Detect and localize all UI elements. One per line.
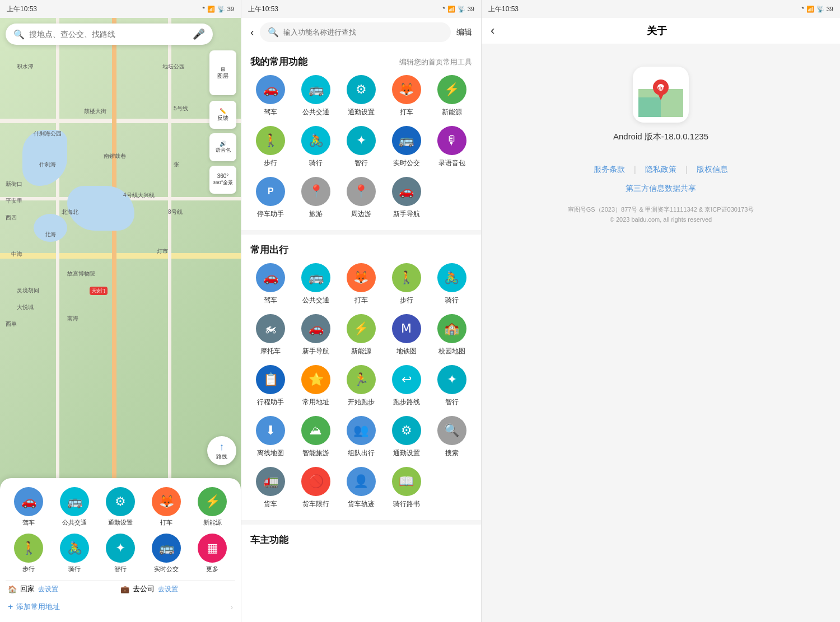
- places-row: 🏠 回家 去设置 💼 去公司 去设置: [6, 580, 235, 597]
- feature-smart[interactable]: ✦ 智行: [341, 126, 382, 168]
- map-search-bar[interactable]: 🔍 🎤: [6, 24, 213, 45]
- map-label: 中海: [11, 250, 22, 258]
- feature-travel[interactable]: 📍 旅游: [296, 177, 337, 219]
- home-place[interactable]: 🏠 回家 去设置: [8, 584, 120, 594]
- voice-button[interactable]: 🔊 语音包: [209, 133, 236, 161]
- toolbar-item-transit[interactable]: 🚌 公共交通: [60, 487, 89, 527]
- common-travel-title: 常用出行: [250, 244, 288, 256]
- terms-link[interactable]: 服务条款: [594, 165, 625, 175]
- about-panel: 上午10:53 * 📶 📡 39 ‹ 关于: [482, 0, 840, 622]
- share-link[interactable]: 第三方信息数据共享: [626, 184, 696, 194]
- home-set[interactable]: 去设置: [38, 584, 58, 594]
- features-scroll[interactable]: 我的常用功能 编辑您的首页常用工具 🚗 驾车 🚌 公共交通 ⚙ 通勤设置 🦊 打…: [241, 46, 481, 621]
- car-features-header: 车主功能: [250, 525, 472, 553]
- ct-offline[interactable]: ⬇ 离线地图: [250, 416, 291, 458]
- time-right: 上午10:53: [488, 4, 519, 14]
- ct-ev[interactable]: ⚡ 新能源: [341, 314, 382, 356]
- feature-walk[interactable]: 🚶 步行: [250, 126, 291, 168]
- ct-truck[interactable]: 🚛 货车: [250, 467, 291, 509]
- voice-label: 语音包: [216, 147, 231, 154]
- features-search-bar[interactable]: 🔍: [260, 22, 451, 42]
- map-label: 西四: [6, 214, 17, 222]
- toolbar-item-walk[interactable]: 🚶 步行: [14, 534, 43, 573]
- feature-taxi[interactable]: 🦊 打车: [386, 75, 427, 117]
- ct-smart[interactable]: ✦ 智行: [431, 365, 472, 407]
- about-back-button[interactable]: ‹: [491, 24, 494, 38]
- ct-metro[interactable]: Ⅿ 地铁图: [386, 314, 427, 356]
- map-label: 灵境胡同: [17, 287, 39, 294]
- ct-walk[interactable]: 🚶 步行: [386, 263, 427, 305]
- work-set[interactable]: 去设置: [158, 584, 178, 594]
- ct-drive[interactable]: 🚗 驾车: [250, 263, 291, 305]
- privacy-link[interactable]: 隐私政策: [645, 165, 676, 175]
- ct-campus[interactable]: 🏫 校园地图: [431, 314, 472, 356]
- toolbar-item-more[interactable]: ▦ 更多: [198, 534, 227, 573]
- ct-bike[interactable]: 🚴 骑行: [431, 263, 472, 305]
- my-features-title: 我的常用功能: [250, 55, 307, 68]
- feature-ev[interactable]: ⚡ 新能源: [431, 75, 472, 117]
- section-divider: [241, 230, 481, 235]
- ct-trucktrack[interactable]: 👤 货车轨迹: [341, 467, 382, 509]
- back-arrow-mid[interactable]: ‹: [250, 26, 254, 39]
- toolbar-item-smart[interactable]: ✦ 智行: [106, 534, 135, 573]
- feature-realtime[interactable]: 🚌 实时公交: [386, 126, 427, 168]
- view360-label: 360°全景: [213, 179, 234, 186]
- view360-button[interactable]: 360° 360°全景: [209, 166, 236, 194]
- work-place[interactable]: 💼 去公司 去设置: [120, 584, 233, 594]
- route-button[interactable]: ↑ 路线: [207, 436, 236, 465]
- toolbar-item-bike[interactable]: 🚴 骑行: [60, 534, 89, 573]
- map-search-input[interactable]: [29, 30, 193, 39]
- toolbar-item-ev[interactable]: ⚡ 新能源: [198, 487, 227, 527]
- feature-transit[interactable]: 🚌 公共交通: [296, 75, 337, 117]
- edit-button[interactable]: 编辑: [456, 27, 472, 38]
- map-view[interactable]: 鼓楼大街 积水潭 地坛公园 什刹海公园 什刹海 南锣鼓巷 张 5号线 新街口 平…: [0, 18, 241, 622]
- ct-moto[interactable]: 🏍 摩托车: [250, 314, 291, 356]
- features-panel: 上午10:53 * 📶 📡 39 ‹ 🔍 编辑 我的常用功能 编辑您的首页常用工…: [241, 0, 482, 622]
- copyright-link[interactable]: 版权信息: [697, 165, 728, 175]
- feature-newbie[interactable]: 🚗 新手导航: [386, 177, 427, 219]
- toolbar-item-taxi[interactable]: 🦊 打车: [152, 487, 181, 527]
- feature-bike[interactable]: 🚴 骑行: [296, 126, 337, 168]
- map-label: 新街口: [6, 180, 22, 188]
- app-logo-svg: du: [636, 69, 686, 120]
- about-header: ‹ 关于: [482, 18, 840, 44]
- mic-icon[interactable]: 🎤: [193, 28, 205, 40]
- layers-button[interactable]: ⊞ 图层: [209, 50, 236, 95]
- feature-voice[interactable]: 🎙 录语音包: [431, 126, 472, 168]
- ct-commute[interactable]: ⚙ 通勤设置: [386, 416, 427, 458]
- ct-group[interactable]: 👥 组队出行: [341, 416, 382, 458]
- features-header: ‹ 🔍 编辑: [241, 18, 481, 46]
- ct-runroute[interactable]: ↩ 跑步路线: [386, 365, 427, 407]
- map-road-yellow: [0, 253, 241, 259]
- feature-parking[interactable]: P 停车助手: [250, 177, 291, 219]
- ct-savedplaces[interactable]: ⭐ 常用地址: [296, 365, 337, 407]
- svg-text:du: du: [658, 85, 664, 91]
- map-label: 张: [174, 161, 179, 169]
- home-label: 回家: [20, 584, 35, 594]
- toolbar-item-commute[interactable]: ⚙ 通勤设置: [106, 487, 135, 527]
- toolbar-item-realtime-bus[interactable]: 🚌 实时公交: [152, 534, 181, 573]
- ct-transit[interactable]: 🚌 公共交通: [296, 263, 337, 305]
- feedback-button[interactable]: ✏️ 反馈: [209, 101, 236, 129]
- about-links: 服务条款 | 隐私政策 | 版权信息: [594, 165, 728, 175]
- ct-truckban[interactable]: 🚫 货车限行: [296, 467, 337, 509]
- status-icons-left: * 📶 📡 39: [202, 6, 234, 13]
- ct-trip[interactable]: 📋 行程助手: [250, 365, 291, 407]
- ct-smarttravel[interactable]: ⛰ 智能旅游: [296, 416, 337, 458]
- section-divider2: [241, 520, 481, 525]
- ct-newbie[interactable]: 🚗 新手导航: [296, 314, 337, 356]
- common-travel-header: 常用出行: [250, 235, 472, 263]
- ct-run[interactable]: 🏃 开始跑步: [341, 365, 382, 407]
- feature-commute[interactable]: ⚙ 通勤设置: [341, 75, 382, 117]
- toolbar-item-drive[interactable]: 🚗 驾车: [14, 487, 43, 527]
- common-travel-grid: 🚗 驾车 🚌 公共交通 🦊 打车 🚶 步行 🚴 骑行 🏍 摩托车: [250, 263, 472, 509]
- add-place-button[interactable]: + 添加常用地址 ›: [6, 597, 235, 616]
- feature-drive[interactable]: 🚗 驾车: [250, 75, 291, 117]
- ct-search[interactable]: 🔍 搜索: [431, 416, 472, 458]
- features-search-input[interactable]: [283, 28, 443, 36]
- feature-nearby-travel[interactable]: 📍 周边游: [341, 177, 382, 219]
- ct-taxi[interactable]: 🦊 打车: [341, 263, 382, 305]
- ct-bikebook[interactable]: 📖 骑行路书: [386, 467, 427, 509]
- map-label: 什刹海公园: [34, 130, 62, 138]
- search-icon: 🔍: [13, 29, 25, 40]
